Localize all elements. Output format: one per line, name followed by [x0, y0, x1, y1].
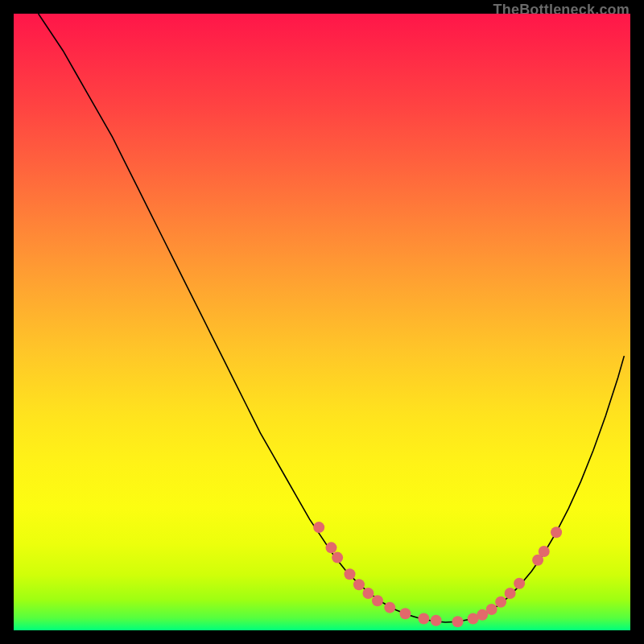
- chart-container: TheBottleneck.com: [0, 0, 644, 644]
- data-marker: [495, 597, 506, 608]
- data-marker: [431, 615, 442, 626]
- data-marker: [344, 568, 355, 580]
- chart-svg: [14, 14, 630, 630]
- data-marker: [362, 588, 374, 599]
- data-marker: [418, 613, 429, 624]
- data-marker: [399, 608, 411, 619]
- data-marker: [353, 579, 365, 590]
- data-marker: [551, 526, 562, 538]
- data-marker: [539, 546, 550, 557]
- data-marker: [384, 602, 395, 613]
- data-marker: [313, 522, 324, 533]
- data-marker: [325, 542, 336, 553]
- data-marker: [332, 552, 343, 564]
- data-marker: [452, 616, 464, 627]
- plot-area: [14, 14, 630, 630]
- data-marker: [372, 595, 383, 606]
- data-marker: [505, 588, 516, 599]
- data-marker: [514, 578, 525, 589]
- data-marker: [486, 604, 497, 615]
